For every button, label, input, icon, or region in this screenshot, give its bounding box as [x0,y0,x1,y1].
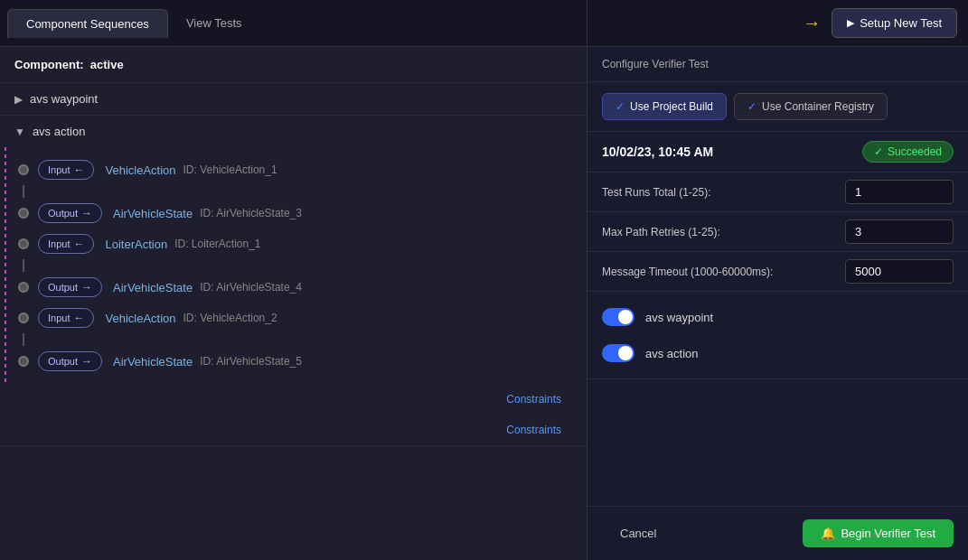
flow-id: ID: AirVehicleState_5 [200,355,302,368]
date-text: 10/02/23, 10:45 AM [602,145,713,159]
flow-dot [18,208,29,219]
toggles-section: avs waypoint avs action [587,292,968,379]
avs-action-toggle-row: avs action [587,335,968,371]
test-runs-label: Test Runs Total (1-25): [602,186,845,199]
output-badge: Output → [38,351,102,371]
flow-type: AirVehicleState [113,355,193,369]
tab-view-tests[interactable]: View Tests [168,9,260,37]
flow-type: LoiterAction [105,238,167,251]
message-timeout-row: Message Timeout (1000-60000ms): [587,252,968,292]
cancel-button[interactable]: Cancel [602,519,674,547]
chevron-down-icon: ▼ [14,126,25,138]
flow-dot [18,356,29,367]
flow-item: Output → AirVehicleState ID: AirVehicleS… [18,272,587,303]
avs-action-header[interactable]: ▼ avs action [0,116,587,147]
flow-type: VehicleAction [105,163,175,177]
avs-waypoint-toggle-label: avs waypoint [645,311,713,324]
flow-dot [18,282,29,293]
left-panel: Component Sequences View Tests Component… [0,0,587,560]
constraints-row: Constraints [0,384,587,415]
test-runs-input[interactable] [845,180,954,204]
action-row: Cancel 🔔 Begin Verifier Test [587,506,968,560]
flow-dot [18,313,29,323]
avs-action-toggle[interactable] [602,344,634,362]
input-badge: Input ← [38,234,94,254]
right-panel-inner: Configure Verifier Test ✓ Use Project Bu… [587,47,968,560]
avs-waypoint-header[interactable]: ▶ avs waypoint [0,83,587,115]
input-badge: Input ← [38,308,94,328]
bell-icon: 🔔 [821,527,835,540]
succeeded-badge: ✓ Succeeded [862,141,954,163]
avs-waypoint-toggle[interactable] [602,308,634,326]
check-icon-succeeded: ✓ [874,145,883,158]
max-retries-row: Max Path Retries (1-25): [587,212,968,252]
check-icon-2: ✓ [747,100,757,113]
check-icon: ✓ [616,100,625,113]
constraints-row-2: Constraints [0,415,587,445]
flow-id: ID: LoiterAction_1 [174,238,260,250]
top-bar: → ▶ Setup New Test [587,0,968,47]
tabs-bar: Component Sequences View Tests [0,0,587,47]
component-label: Component: active [0,47,587,83]
tab-component-sequences[interactable]: Component Sequences [7,9,168,38]
constraints-link-2[interactable]: Constraints [492,420,576,440]
use-container-registry-button[interactable]: ✓ Use Container Registry [734,93,888,120]
flow-item: Output → AirVehicleState ID: AirVehicleS… [18,198,587,229]
message-timeout-label: Message Timeout (1000-60000ms): [602,266,845,278]
max-retries-input[interactable] [845,219,954,244]
begin-verifier-test-button[interactable]: 🔔 Begin Verifier Test [803,519,954,547]
flow-item: Input ← VehicleAction ID: VehicleAction_… [18,303,587,333]
flow-id: ID: AirVehicleState_4 [200,281,302,294]
max-retries-label: Max Path Retries (1-25): [602,226,845,238]
flow-dot [18,238,29,249]
output-badge: Output → [38,277,102,297]
message-timeout-input[interactable] [845,259,954,284]
test-runs-row: Test Runs Total (1-25): [587,173,968,212]
play-icon: ▶ [847,17,854,29]
input-badge: Input ← [38,160,94,180]
flow-type: VehicleAction [105,312,175,325]
chevron-right-icon: ▶ [14,93,23,106]
flow-type: AirVehicleState [113,281,193,294]
flow-type: AirVehicleState [113,207,193,220]
right-panel: → ▶ Setup New Test Configure Verifier Te… [587,0,968,560]
flow-dot [18,164,29,175]
yellow-arrow-icon: → [803,13,821,33]
flow-id: ID: VehicleAction_2 [183,312,277,324]
flow-item: Input ← VehicleAction ID: VehicleAction_… [18,154,587,185]
constraints-link-1[interactable]: Constraints [492,389,576,409]
toggle-buttons-row: ✓ Use Project Build ✓ Use Container Regi… [587,82,968,132]
date-row: 10/02/23, 10:45 AM ✓ Succeeded [587,132,968,173]
output-badge: Output → [38,203,102,223]
setup-new-test-button[interactable]: ▶ Setup New Test [832,8,957,38]
use-project-build-button[interactable]: ✓ Use Project Build [602,93,727,120]
panel-title: Configure Verifier Test [587,47,968,82]
avs-action-toggle-label: avs action [645,347,699,360]
flow-item: Input ← LoiterAction ID: LoiterAction_1 [18,229,587,259]
flow-item: Output → AirVehicleState ID: AirVehicleS… [18,346,587,377]
flow-id: ID: AirVehicleState_3 [200,207,302,219]
avs-waypoint-toggle-row: avs waypoint [587,299,968,335]
flow-id: ID: VehicleAction_1 [183,163,277,176]
